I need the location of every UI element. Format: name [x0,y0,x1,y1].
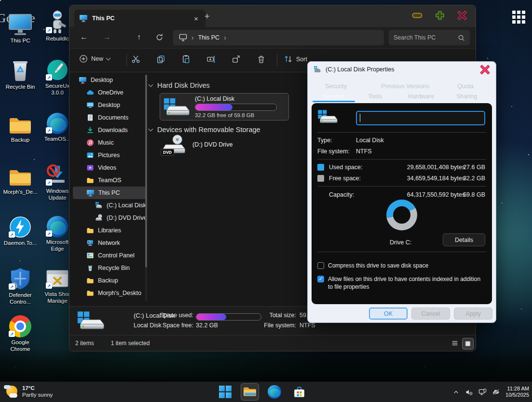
desktop-icon-recycle-bin[interactable]: Recycle Bin [2,57,38,90]
general-tab-panel: Type: Local Disk File system: NTFS Used … [312,103,492,304]
taskbar-edge[interactable] [265,383,284,401]
tab-this-pc[interactable]: This PC × [74,10,205,27]
tab-previous-versions[interactable]: Previous Versions [381,83,429,90]
drive-label-input[interactable] [356,111,485,125]
monitor-icon [86,189,95,197]
tray-chevron-up-icon[interactable] [452,389,460,396]
search-input[interactable]: Search This PC [389,30,470,45]
selected-count: 1 item selected [111,340,150,347]
treeline-silhouette [0,348,532,382]
paste-button[interactable] [181,54,191,64]
folder-icon [8,168,32,187]
back-button[interactable]: ← [80,33,88,41]
new-button[interactable]: New [79,54,110,63]
starfield [0,0,1,1]
forward-button[interactable]: → [103,33,111,41]
clock[interactable]: 11:28 AM 10/5/2025 [505,386,529,399]
sidebar-item-onedrive[interactable]: OneDrive [73,86,146,99]
sidebar-item-c-drive[interactable]: (C:) Local Disk [73,199,146,212]
sidebar-item-dvd-drive[interactable]: (D:) DVD Drive [73,212,146,224]
desktop-icon-this-pc[interactable]: This PC [2,11,38,44]
windows-logo-icon [219,386,232,398]
ok-button[interactable]: OK [369,308,408,320]
apply-button[interactable]: Apply [454,308,492,320]
shortcut-arrow-icon [9,231,15,238]
share-button[interactable] [232,54,241,64]
index-checkbox[interactable] [317,276,324,282]
network-display-icon[interactable] [478,389,487,396]
desktop-icon-backup[interactable]: Backup [2,110,38,143]
sidebar-item-documents[interactable]: Documents [73,111,146,124]
desktop-icon-morphs-desktop[interactable]: Morph's_De... [2,162,38,195]
dialog-close-button[interactable] [480,65,490,75]
sidebar-item-morphs-desktop[interactable]: Morph's_Deskto [73,287,146,299]
cloud-offline-icon[interactable] [492,389,500,396]
delete-button[interactable] [257,54,266,64]
drive-type-value: Local Disk [356,137,384,144]
tab-general[interactable]: General [323,93,344,100]
tab-sharing[interactable]: Sharing [456,93,477,100]
taskbar-store[interactable] [290,383,308,401]
sidebar-item-network[interactable]: Network [73,237,146,249]
taskbar-file-explorer[interactable] [241,383,259,401]
compress-checkbox[interactable] [317,262,324,269]
folder-icon [86,227,94,234]
desktop-icon-defender-control[interactable]: Defender Contro... [2,265,38,306]
cancel-button[interactable]: Cancel [411,308,450,320]
sidebar-item-pictures[interactable]: Pictures [73,149,146,161]
details-view-button[interactable] [450,338,460,348]
maximize-button[interactable] [435,11,445,20]
refresh-button[interactable] [155,33,164,41]
section-removable-storage[interactable]: Devices with Removable Storage [149,126,260,134]
start-button[interactable] [216,383,234,401]
sidebar-item-libraries[interactable]: Libraries [73,224,146,237]
new-tab-button[interactable]: + [205,12,210,21]
sidebar-item-videos[interactable]: Videos [73,161,146,174]
sidebar-item-backup[interactable]: Backup [73,274,146,287]
details-drive-type: Local Disk [134,322,162,329]
section-hard-disk-drives[interactable]: Hard Disk Drives [149,81,210,89]
desktop-icon-google-chrome[interactable]: Google Chrome [2,312,38,353]
folder-icon [86,176,94,184]
close-button[interactable] [457,11,467,20]
volume-muted-icon[interactable] [465,389,473,396]
large-icons-view-button[interactable] [462,338,474,349]
cut-button[interactable] [131,54,140,64]
sidebar-item-desktop[interactable]: Desktop [73,99,146,111]
sidebar-scrollbar[interactable] [145,75,147,302]
tab-security[interactable]: Security [325,83,347,90]
used-space-swatch [317,164,324,171]
desktop-icon-daemon-tools[interactable]: Daemon.To... [2,213,38,246]
sidebar-item-music[interactable]: Music [73,136,146,149]
sidebar-item-desktop-root[interactable]: Desktop [73,74,146,86]
tab-quota[interactable]: Quota [457,83,474,90]
sidebar-item-downloads[interactable]: Downloads [73,124,146,136]
up-button[interactable]: ↑ [137,33,141,41]
sidebar-item-control-panel[interactable]: Control Panel [73,249,146,262]
rename-button[interactable] [206,54,216,64]
dvd-drive-item[interactable]: DVD (D:) DVD Drive [160,134,232,155]
sidebar-item-teamos[interactable]: TeamOS [73,174,146,187]
apps-grid-icon[interactable] [512,11,525,24]
breadcrumb-this-pc[interactable]: This PC [198,34,219,41]
minimize-button[interactable] [412,13,423,18]
address-bar[interactable]: › This PC › [173,30,384,45]
c-drive-item[interactable]: (C:) Local Disk 32.2 GB free of 59.8 GB [160,93,289,121]
sidebar-item-recycle-bin[interactable]: Recycle Bin [73,262,146,274]
shortcut-arrow-icon [46,74,52,80]
copy-button[interactable] [156,54,165,64]
shortcut-arrow-icon [46,230,52,237]
videos-icon [86,164,94,172]
breadcrumb-chevron-icon: › [191,34,194,41]
chevron-down-icon [106,56,111,61]
weather-widget[interactable]: 17°C Partly sunny [4,384,53,399]
disk-properties-dialog: (C:) Local Disk Properties Security Prev… [307,61,496,323]
sort-button[interactable]: Sort [284,54,307,64]
tab-close-icon[interactable]: × [191,14,201,23]
tab-hardware[interactable]: Hardware [408,93,434,100]
tab-tools[interactable]: Tools [368,93,382,100]
partly-sunny-icon [4,384,18,399]
shortcut-arrow-icon [9,331,15,337]
details-button[interactable]: Details [443,233,485,246]
sidebar-item-this-pc[interactable]: This PC [73,187,146,199]
